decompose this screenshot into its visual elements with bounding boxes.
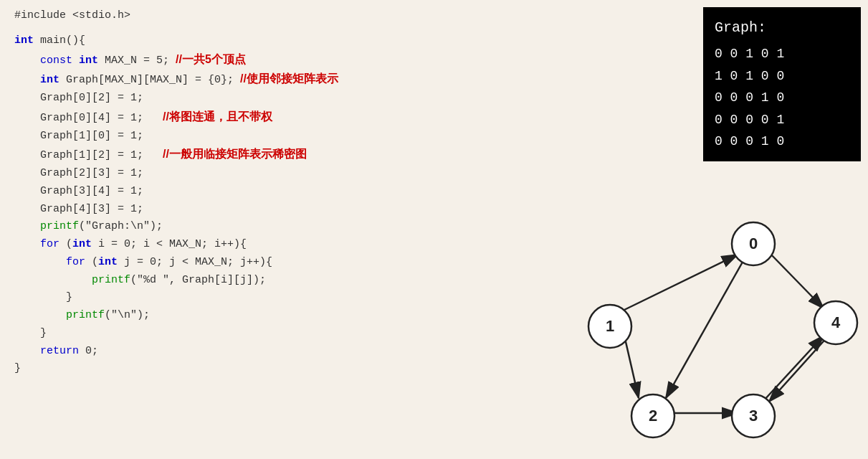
code-area: #include <stdio.h> int main(){ const int… [14, 7, 502, 378]
edge-4-3 [769, 336, 829, 402]
matrix-row-4: 0 0 0 1 0 [715, 131, 849, 153]
code-line-g23: Graph[2][3] = 1; [14, 165, 502, 183]
code-line-close-j: } [14, 289, 502, 307]
edge-1-2 [624, 336, 639, 398]
code-line-const: const int MAX_N = 5; //一共5个顶点 [14, 50, 502, 70]
code-line-g04: Graph[0][4] = 1; //将图连通，且不带权 [14, 108, 502, 128]
code-line-for-i: for ( int i = 0; i < MAX_N; i++){ [14, 236, 502, 254]
node-1-label: 1 [606, 317, 614, 335]
node-0-label: 0 [749, 235, 758, 252]
code-line-include: #include <stdio.h> [14, 7, 502, 25]
code-line-close-i: } [14, 325, 502, 343]
edge-0-2 [666, 258, 745, 398]
code-line-g12: Graph[1][2] = 1; //一般用临接矩阵表示稀密图 [14, 145, 502, 165]
code-line-g34: Graph[3][4] = 1; [14, 183, 502, 201]
code-line-g02: Graph[0][2] = 1; [14, 90, 502, 108]
matrix-box: Graph: 0 0 1 0 1 1 0 1 0 0 0 0 0 1 0 0 0… [703, 7, 861, 161]
code-blank [14, 25, 502, 32]
code-line-g10: Graph[1][0] = 1; [14, 128, 502, 146]
code-line-g43: Graph[4][3] = 1; [14, 201, 502, 219]
code-line-for-j: for ( int j = 0; j < MAX_N; j++){ [14, 254, 502, 272]
node-2-label: 2 [649, 407, 657, 425]
matrix-row-3: 0 0 0 0 1 [715, 109, 849, 131]
graph-svg: 0 1 2 3 4 [560, 208, 861, 452]
matrix-row-1: 1 0 1 0 0 [715, 65, 849, 87]
code-line-printf-graph: printf ("Graph:\n"); [14, 218, 502, 236]
matrix-title: Graph: [715, 16, 849, 40]
code-line-printf-d: printf ("%d ", Graph[i][j]); [14, 272, 502, 290]
edge-3-4 [764, 336, 824, 400]
graph-diagram: 0 1 2 3 4 [560, 208, 861, 452]
matrix-row-0: 0 0 1 0 1 [715, 43, 849, 65]
code-line-main: int main(){ [14, 32, 502, 50]
code-line-graph-decl: int Graph[MAX_N][MAX_N] = {0}; //使用邻接矩阵表… [14, 70, 502, 90]
code-line-return: return 0; [14, 343, 502, 361]
node-4-label: 4 [831, 313, 841, 331]
matrix-row-2: 0 0 0 1 0 [715, 87, 849, 109]
edge-0-4 [769, 252, 824, 308]
code-line-close-main: } [14, 360, 502, 378]
node-3-label: 3 [749, 407, 758, 425]
code-line-printf-n: printf ("\n"); [14, 307, 502, 325]
